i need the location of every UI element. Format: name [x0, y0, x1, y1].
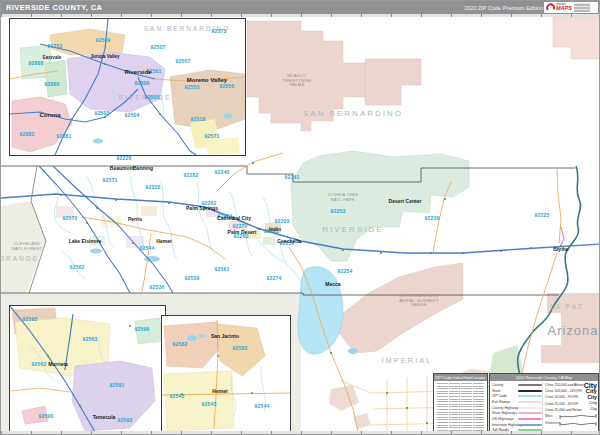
zip-code-index: ZIP Code Index/Grid Locator — [433, 373, 488, 434]
map-legend: 2020 Riverside County, CA Map County Sta… — [489, 373, 599, 434]
legend-title: 2020 Riverside County, CA Map — [490, 374, 598, 381]
inset-riverside-metro — [9, 18, 246, 156]
scale-line — [559, 413, 597, 420]
scale-bar-kilometers: Kilometers — [545, 420, 597, 427]
legend-swatch — [518, 384, 542, 386]
logo-fineprint — [574, 3, 590, 12]
inset-riverside-canvas — [10, 19, 245, 155]
zip-index-column — [461, 383, 472, 431]
bottom-ruler — [1, 431, 600, 434]
top-ruler — [1, 14, 600, 17]
zip-index-column — [437, 383, 448, 431]
brand-swoosh-icon — [546, 3, 555, 12]
brand-name: MAPS — [556, 6, 572, 12]
scale-line — [559, 420, 597, 427]
title-bar: RIVERSIDE COUNTY, CA 2020 ZIP Code Premi… — [1, 1, 600, 14]
zip-index-title: ZIP Code Index/Grid Locator — [434, 374, 487, 381]
legend-swatch — [518, 390, 542, 392]
legend-swatch — [518, 407, 542, 409]
legend-swatch — [518, 395, 542, 397]
inset-temecula-canvas — [10, 306, 165, 432]
edition-label: 2020 ZIP Code Premium Edition — [464, 5, 543, 11]
map-document: RIVERSIDE COUNTY, CA 2020 ZIP Code Premi… — [0, 0, 600, 435]
scale-bar-miles: Miles — [545, 413, 597, 420]
legend-swatch — [518, 412, 542, 414]
brand-logo: market MAPS — [544, 2, 598, 13]
legend-swatch — [518, 418, 542, 420]
inset-temecula — [9, 305, 166, 433]
map-title: RIVERSIDE COUNTY, CA — [6, 3, 102, 12]
zip-index-column — [449, 383, 460, 431]
inset-hemet — [161, 315, 291, 433]
inset-hemet-canvas — [162, 316, 290, 432]
legend-swatch — [518, 424, 542, 426]
zip-index-column — [473, 383, 484, 431]
legend-swatch — [518, 401, 542, 403]
